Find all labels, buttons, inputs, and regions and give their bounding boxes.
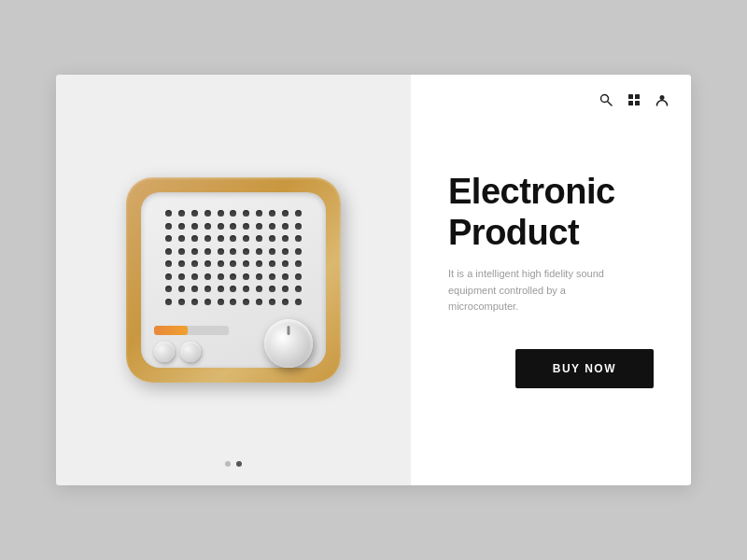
grille-dot <box>282 286 289 292</box>
small-knobs <box>154 342 201 362</box>
grille-dot <box>191 235 198 242</box>
grille-dot <box>295 248 302 255</box>
grille-dot <box>243 210 249 217</box>
grille-dot <box>178 223 185 230</box>
grille-dot <box>204 248 211 255</box>
grille-dot <box>269 248 275 255</box>
grille-dot <box>269 286 275 292</box>
grille-dot <box>191 248 198 255</box>
grille-dot <box>165 235 172 242</box>
grille-dot <box>218 235 224 242</box>
grille-dot <box>178 235 185 242</box>
grille-dot <box>218 260 224 267</box>
grille-dot <box>218 223 224 230</box>
grille-dot <box>282 273 289 280</box>
grille-dot <box>269 223 275 230</box>
buy-now-button[interactable]: BUY NOW <box>515 349 654 388</box>
small-knob-1 <box>154 342 175 362</box>
grille-dot <box>256 286 262 292</box>
grille-dot <box>295 273 302 280</box>
title-line-1: Electronic <box>448 172 615 211</box>
grille-dot <box>282 248 289 255</box>
grille-dot <box>165 210 172 217</box>
grille-dot <box>256 299 262 305</box>
grille-dot <box>178 273 185 280</box>
grille-dot <box>204 299 211 305</box>
grille-dot <box>295 299 302 305</box>
grille-dot <box>218 273 224 280</box>
grille-dot <box>178 210 185 217</box>
frequency-section <box>154 326 229 362</box>
grille-dot <box>191 273 198 280</box>
grille-dot <box>282 210 289 217</box>
title-line-2: Product <box>448 213 579 252</box>
grille-dot <box>243 223 249 230</box>
grille-dot <box>243 286 249 292</box>
grille-dot <box>230 223 236 230</box>
grid-icon[interactable] <box>627 93 641 108</box>
volume-knob <box>264 319 313 368</box>
grille-dot <box>243 235 249 242</box>
grille-dot <box>218 286 224 292</box>
radio-illustration <box>126 177 341 383</box>
grille-dot <box>178 286 185 292</box>
grille-dot <box>282 260 289 267</box>
grille-dot <box>295 210 302 217</box>
grille-dot <box>230 286 236 292</box>
grille-dot <box>204 260 211 267</box>
grille-dot <box>165 286 172 292</box>
user-icon[interactable] <box>655 93 669 108</box>
grille-dot <box>204 235 211 242</box>
product-info-panel: Electronic Product It is a intelligent h… <box>411 75 691 485</box>
grille-dot <box>191 260 198 267</box>
grille-dot <box>204 223 211 230</box>
grille-dot <box>178 260 185 267</box>
grille-dot <box>178 248 185 255</box>
grille-dot <box>218 210 224 217</box>
grille-dot <box>282 299 289 305</box>
grille-dot <box>204 286 211 292</box>
grille-dot <box>178 299 185 305</box>
grille-dot <box>243 248 249 255</box>
grille-dot <box>295 223 302 230</box>
grille-dot <box>256 260 262 267</box>
grille-dot <box>295 260 302 267</box>
pagination-dot-1[interactable] <box>225 461 231 467</box>
grille-dot <box>269 273 275 280</box>
top-icons-bar <box>599 93 669 108</box>
grille-dot <box>256 248 262 255</box>
grille-dot <box>269 299 275 305</box>
grille-dot <box>269 210 275 217</box>
speaker-grille <box>159 203 308 312</box>
grille-dot <box>204 210 211 217</box>
grille-dot <box>165 248 172 255</box>
svg-rect-5 <box>635 101 640 105</box>
grille-dot <box>191 286 198 292</box>
grille-dot <box>256 273 262 280</box>
grille-dot <box>191 299 198 305</box>
radio-inner-body <box>141 192 326 368</box>
grille-dot <box>204 273 211 280</box>
grille-dot <box>243 273 249 280</box>
grille-dot <box>230 248 236 255</box>
grille-dot <box>191 210 198 217</box>
grille-dot <box>230 210 236 217</box>
product-description: It is a intelligent high fidelity sound … <box>448 266 635 315</box>
grille-dot <box>165 273 172 280</box>
pagination-dot-2[interactable] <box>236 461 242 467</box>
grille-dot <box>191 223 198 230</box>
grille-dot <box>282 223 289 230</box>
grille-dot <box>230 260 236 267</box>
search-icon[interactable] <box>599 93 613 108</box>
frequency-bar <box>154 326 229 335</box>
grille-dot <box>282 235 289 242</box>
carousel-pagination <box>225 461 242 467</box>
grille-dot <box>165 299 172 305</box>
grille-dot <box>243 260 249 267</box>
product-image-panel <box>56 75 411 485</box>
grille-dot <box>230 273 236 280</box>
svg-rect-2 <box>628 94 633 99</box>
radio-controls <box>141 315 326 368</box>
grille-dot <box>218 299 224 305</box>
grille-dot <box>165 223 172 230</box>
